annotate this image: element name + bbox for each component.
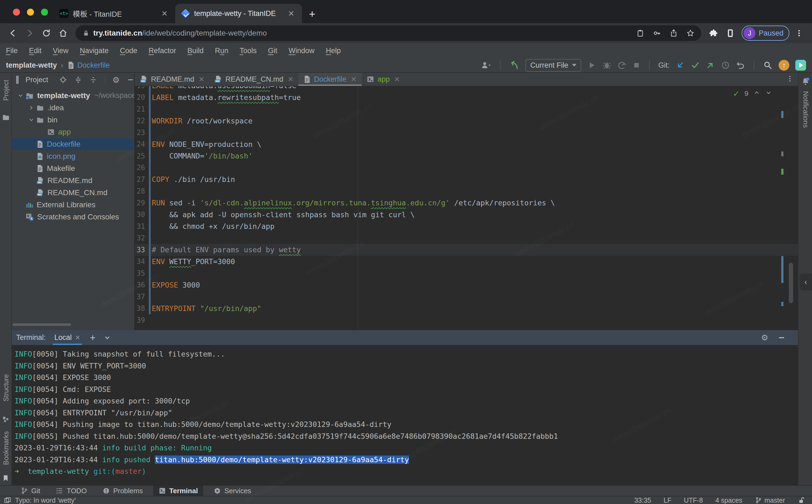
- share-icon[interactable]: [667, 26, 681, 40]
- tab-close-icon[interactable]: ✕: [287, 9, 295, 18]
- line-number[interactable]: 35: [135, 269, 149, 277]
- terminal-tab-close-icon[interactable]: ✕: [75, 334, 80, 341]
- indent-setting[interactable]: 4 spaces: [715, 496, 742, 504]
- line-number[interactable]: 23: [135, 129, 149, 137]
- tree-item-scratches-and-consoles[interactable]: Scratches and Consoles: [12, 211, 134, 223]
- menu-item-edit[interactable]: Edit: [29, 47, 42, 55]
- hide-terminal-icon[interactable]: [777, 334, 786, 342]
- terminal-dropdown-chevron-icon[interactable]: [104, 334, 111, 341]
- error-stripe-mark[interactable]: [781, 256, 783, 283]
- collapse-all-icon[interactable]: [89, 76, 97, 84]
- expand-all-icon[interactable]: [74, 76, 82, 84]
- tree-item-external-libraries[interactable]: External Libraries: [12, 199, 134, 211]
- terminal-settings-gear-icon[interactable]: ⚙: [761, 333, 768, 342]
- error-stripe-mark[interactable]: [781, 111, 783, 118]
- menu-item-file[interactable]: File: [6, 47, 18, 55]
- bookmark-star-icon[interactable]: [683, 26, 697, 40]
- debug-button[interactable]: [602, 61, 611, 70]
- tree-item-bin[interactable]: bin: [12, 114, 134, 126]
- line-number[interactable]: 33: [135, 246, 149, 254]
- back-icon[interactable]: [6, 26, 20, 40]
- line-number[interactable]: 27: [135, 175, 149, 184]
- layout-windows-icon[interactable]: [4, 496, 11, 504]
- error-stripe-mark[interactable]: [781, 151, 783, 156]
- line-number[interactable]: 25: [135, 152, 149, 160]
- tool-window-button-problems[interactable]: Problems: [97, 486, 148, 496]
- side-panel-icon[interactable]: [723, 26, 737, 40]
- line-number[interactable]: 36: [135, 281, 149, 289]
- tab-close-icon[interactable]: ✕: [199, 75, 205, 84]
- tab-close-icon[interactable]: ✕: [160, 9, 169, 18]
- git-history-icon[interactable]: [721, 61, 730, 70]
- menu-item-git[interactable]: Git: [268, 47, 277, 55]
- line-number[interactable]: 28: [135, 187, 149, 195]
- line-number[interactable]: 22: [135, 117, 149, 125]
- tree-item-readme-md[interactable]: MDREADME.md: [12, 174, 134, 187]
- git-update-icon[interactable]: [676, 61, 685, 70]
- git-commit-icon[interactable]: [691, 61, 700, 70]
- inspection-widget[interactable]: ✓ 9: [733, 89, 772, 98]
- tab-close-icon[interactable]: ✕: [288, 75, 294, 84]
- tree-item-readme-cn-md[interactable]: MDREADME_CN.md: [12, 187, 134, 199]
- menu-item-code[interactable]: Code: [120, 47, 137, 55]
- line-number[interactable]: 37: [135, 293, 149, 301]
- breadcrumb-project[interactable]: template-wetty: [6, 61, 57, 70]
- tab-close-icon[interactable]: ✕: [394, 75, 400, 84]
- notifications-bell-icon[interactable]: [801, 77, 810, 87]
- line-number[interactable]: 38: [135, 304, 149, 312]
- tree-item-dockerfile[interactable]: Dockerfile: [12, 138, 134, 150]
- line-number[interactable]: 19: [135, 86, 149, 90]
- menu-item-run[interactable]: Run: [215, 47, 228, 55]
- project-settings-gear-icon[interactable]: ⚙: [112, 75, 120, 85]
- tool-window-button-terminal[interactable]: Terminal: [153, 486, 203, 496]
- reload-icon[interactable]: [39, 26, 53, 40]
- new-tab-button[interactable]: +: [305, 6, 320, 22]
- extensions-puzzle-icon[interactable]: [707, 26, 721, 40]
- load-changes-icon[interactable]: [509, 60, 519, 70]
- tree-item-makefile[interactable]: Makefile: [12, 162, 134, 174]
- line-number[interactable]: 26: [135, 164, 149, 172]
- address-bar[interactable]: try.titanide.cn/ide/web/coding/template-…: [75, 25, 701, 41]
- browser-profile-button[interactable]: J Paused: [742, 26, 789, 41]
- line-number[interactable]: 30: [135, 210, 149, 219]
- menu-item-tools[interactable]: Tools: [240, 47, 257, 55]
- editor-tab-readme-md[interactable]: MDREADME.md✕: [135, 73, 209, 86]
- next-problem-icon[interactable]: [765, 89, 772, 98]
- menu-item-navigate[interactable]: Navigate: [80, 47, 109, 55]
- line-number[interactable]: 31: [135, 222, 149, 230]
- password-key-icon[interactable]: [650, 26, 664, 40]
- line-number[interactable]: 34: [135, 257, 149, 265]
- error-stripe-mark[interactable]: [781, 302, 783, 306]
- code-editor-area[interactable]: 19LABEL metadata.usesubdomain=false20LAB…: [135, 86, 798, 330]
- error-stripe-mark[interactable]: [781, 169, 783, 175]
- bookmark-icon[interactable]: [2, 474, 9, 483]
- clipboard-icon[interactable]: [633, 26, 647, 40]
- line-number[interactable]: 21: [135, 105, 149, 113]
- tool-strip-bookmarks-label[interactable]: Bookmarks: [2, 431, 10, 465]
- tree-item-template-wetty[interactable]: template-wetty~/workspace: [12, 89, 134, 102]
- line-number[interactable]: 32: [135, 234, 149, 242]
- structure-icon[interactable]: [2, 416, 9, 424]
- update-available-icon[interactable]: ↑: [779, 60, 789, 71]
- fullscreen-window-button[interactable]: [41, 9, 48, 16]
- close-window-button[interactable]: [13, 9, 20, 16]
- run-button[interactable]: [587, 61, 596, 70]
- code-with-me-icon[interactable]: [795, 60, 806, 71]
- minimize-window-button[interactable]: [27, 9, 34, 16]
- git-rollback-icon[interactable]: [736, 61, 745, 70]
- tool-strip-notifications-label[interactable]: Notifications: [802, 91, 810, 128]
- hide-panel-icon[interactable]: [127, 76, 134, 84]
- forward-icon[interactable]: [23, 26, 37, 40]
- prev-problem-icon[interactable]: [753, 89, 760, 98]
- breadcrumb-file[interactable]: Dockerfile: [67, 61, 110, 70]
- terminal-tab-local[interactable]: Local ✕: [53, 330, 82, 345]
- git-branch-widget[interactable]: master: [755, 496, 785, 504]
- home-icon[interactable]: [56, 26, 70, 40]
- lock-icon[interactable]: [82, 30, 90, 37]
- line-number[interactable]: 29: [135, 199, 149, 207]
- status-message[interactable]: Typo: In word 'wetty': [15, 496, 76, 504]
- stop-button[interactable]: [632, 61, 641, 69]
- line-ending[interactable]: LF: [664, 496, 672, 504]
- editor-options-dots-icon[interactable]: [786, 75, 794, 84]
- tree-chevron-icon[interactable]: [16, 92, 25, 99]
